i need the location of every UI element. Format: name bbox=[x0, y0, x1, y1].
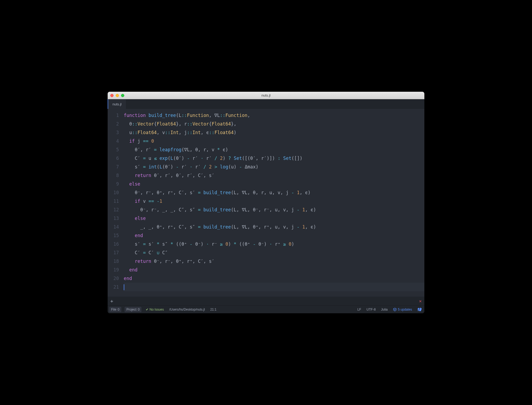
code-line[interactable]: s′ = int(L(θ′) - r′ ⋅ r′ / 2 > log(u) - … bbox=[124, 163, 424, 171]
package-icon bbox=[393, 308, 397, 311]
line-number[interactable]: 7 bbox=[108, 163, 119, 171]
code-line[interactable]: end bbox=[124, 274, 424, 283]
line-number[interactable]: 8 bbox=[108, 171, 119, 180]
project-diagnostics-button[interactable]: Project 0 bbox=[125, 307, 141, 312]
line-number[interactable]: 13 bbox=[108, 214, 119, 223]
status-bar: File 0 Project 0 ✔ No Issues /Users/hs/D… bbox=[108, 305, 424, 313]
editor-area: 123456789101112131415161718192021 functi… bbox=[108, 109, 424, 297]
encoding[interactable]: UTF-8 bbox=[366, 308, 377, 311]
file-diagnostics-button[interactable]: File 0 bbox=[109, 307, 121, 312]
line-number[interactable]: 12 bbox=[108, 205, 119, 214]
issues-text: No Issues bbox=[150, 308, 164, 311]
code-line[interactable]: θ::Vector{Float64}, r::Vector{Float64}, bbox=[124, 120, 424, 128]
updates-text: 5 updates bbox=[398, 308, 412, 311]
code-line[interactable]: s′ = s′ * s″ * ((θ⁺ - θ⁻) ⋅ r⁻ ≥ 0) * ((… bbox=[124, 240, 424, 248]
minimize-window-button[interactable] bbox=[116, 94, 119, 97]
code-line[interactable]: θ⁻, r⁻, _, _, C″, s″ = build_tree(L, ∇L,… bbox=[124, 205, 424, 214]
code-line[interactable]: u::Float64, v::Int, j::Int, ϵ::Float64) bbox=[124, 128, 424, 137]
tab-label: nuts.jl bbox=[112, 102, 122, 106]
line-number[interactable]: 3 bbox=[108, 128, 119, 137]
code-line[interactable]: end bbox=[124, 266, 424, 274]
code-line[interactable]: return θ′, r′, θ′, r′, C′, s′ bbox=[124, 171, 424, 180]
line-number[interactable]: 4 bbox=[108, 137, 119, 145]
line-number-gutter[interactable]: 123456789101112131415161718192021 bbox=[108, 109, 124, 297]
cursor-position[interactable]: 21:1 bbox=[209, 308, 217, 311]
line-number[interactable]: 21 bbox=[108, 283, 119, 291]
check-icon: ✔ bbox=[146, 308, 148, 311]
line-number[interactable]: 10 bbox=[108, 188, 119, 197]
linter-status[interactable]: ✔ No Issues bbox=[145, 308, 165, 311]
code-line[interactable]: return θ⁻, r⁻, θ⁺, r⁺, C′, s′ bbox=[124, 257, 424, 266]
code-line[interactable]: θ⁻, r⁻, θ⁺, r⁺, C′, s′ = build_tree(L, ∇… bbox=[124, 188, 424, 197]
code-line[interactable]: _, _, θ⁺, r⁺, C″, s″ = build_tree(L, ∇L,… bbox=[124, 223, 424, 231]
line-ending[interactable]: LF bbox=[356, 308, 362, 311]
editor-window: nuts.jl nuts.jl 123456789101112131415161… bbox=[108, 92, 424, 313]
line-number[interactable]: 16 bbox=[108, 240, 119, 248]
pane-bottom-bar: + ✕ bbox=[108, 297, 424, 305]
language-mode[interactable]: Julia bbox=[380, 308, 389, 311]
line-number[interactable]: 17 bbox=[108, 248, 119, 257]
line-number[interactable]: 19 bbox=[108, 266, 119, 274]
code-line[interactable]: function build_tree(L::Function, ∇L::Fun… bbox=[124, 111, 424, 120]
code-text-area[interactable]: function build_tree(L::Function, ∇L::Fun… bbox=[124, 109, 424, 297]
code-line[interactable]: if j == 0 bbox=[124, 137, 424, 145]
line-number[interactable]: 1 bbox=[108, 111, 119, 120]
close-window-button[interactable] bbox=[110, 94, 114, 97]
line-number[interactable]: 15 bbox=[108, 231, 119, 240]
code-line[interactable]: end bbox=[124, 231, 424, 240]
line-number[interactable]: 20 bbox=[108, 274, 119, 283]
maximize-window-button[interactable] bbox=[121, 94, 124, 97]
squirrel-glyph-icon bbox=[417, 307, 422, 312]
project-count: 0 bbox=[138, 308, 140, 311]
code-line[interactable]: else bbox=[124, 214, 424, 223]
file-label: File bbox=[111, 308, 116, 311]
window-title: nuts.jl bbox=[261, 93, 271, 97]
squirrel-icon[interactable] bbox=[416, 307, 423, 312]
traffic-lights bbox=[110, 94, 124, 97]
project-label: Project bbox=[126, 308, 136, 311]
file-count: 0 bbox=[118, 308, 119, 311]
line-number[interactable]: 14 bbox=[108, 223, 119, 231]
line-number[interactable]: 9 bbox=[108, 180, 119, 188]
line-number[interactable]: 2 bbox=[108, 120, 119, 128]
code-line[interactable]: else bbox=[124, 180, 424, 188]
line-number[interactable]: 18 bbox=[108, 257, 119, 266]
close-pane-button[interactable]: ✕ bbox=[419, 299, 422, 304]
line-number[interactable]: 6 bbox=[108, 154, 119, 163]
text-cursor bbox=[124, 284, 124, 290]
add-pane-button[interactable]: + bbox=[110, 298, 113, 304]
code-line[interactable] bbox=[124, 283, 424, 291]
titlebar[interactable]: nuts.jl bbox=[108, 92, 424, 99]
code-line[interactable]: θ′, r′ = leapfrog(∇L, θ, r, v * ϵ) bbox=[124, 145, 424, 154]
code-line[interactable]: if v == -1 bbox=[124, 197, 424, 205]
package-updates[interactable]: 5 updates bbox=[392, 308, 413, 311]
code-line[interactable]: C′ = u ≤ exp(L(θ′) - r′ ⋅ r′ / 2) ? Set(… bbox=[124, 154, 424, 163]
code-line[interactable]: C′ = C′ ∪ C″ bbox=[124, 248, 424, 257]
line-number[interactable]: 5 bbox=[108, 145, 119, 154]
tab-nuts-jl[interactable]: nuts.jl bbox=[108, 99, 126, 109]
tab-bar[interactable]: nuts.jl bbox=[108, 99, 424, 109]
line-number[interactable]: 11 bbox=[108, 197, 119, 205]
file-path[interactable]: /Users/hs/Desktop/nuts.jl bbox=[168, 308, 206, 311]
